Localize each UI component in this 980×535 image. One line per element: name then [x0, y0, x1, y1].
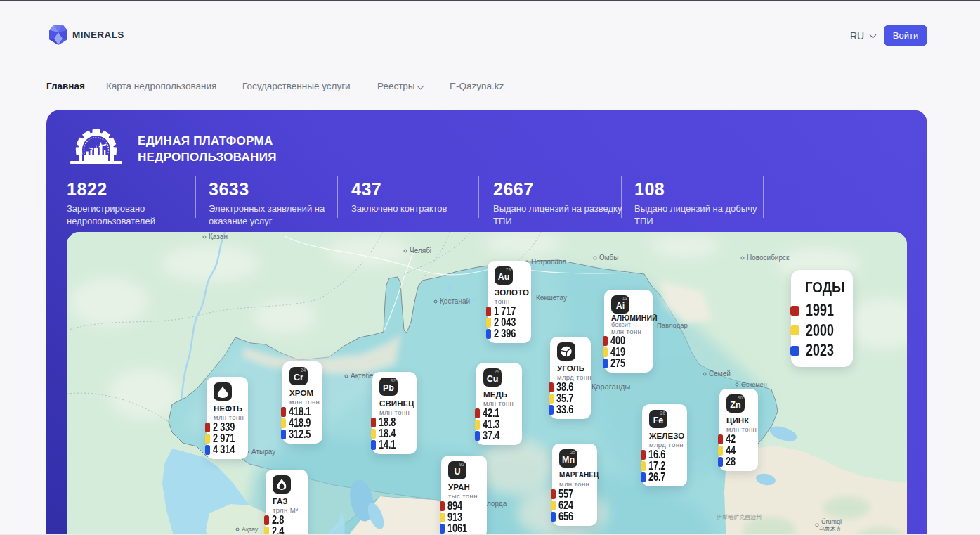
svg-text:Новосибирск: Новосибирск [747, 254, 790, 262]
svg-text:Қазан: Қазан [209, 233, 228, 240]
svg-text:Ақтөбе: Ақтөбе [351, 372, 374, 380]
svg-text:乌鲁木齐: 乌鲁木齐 [819, 526, 842, 532]
svg-text:Павлодар: Павлодар [657, 321, 688, 329]
svg-text:Ақтау: Ақтау [242, 526, 259, 533]
svg-text:Петропавл: Петропавл [531, 258, 566, 266]
svg-text:Ürümqi: Ürümqi [821, 518, 842, 525]
svg-text:Қарағанды: Қарағанды [592, 382, 630, 391]
svg-text:Омбы: Омбы [599, 254, 618, 262]
svg-text:Атырау: Атырау [251, 448, 275, 456]
svg-text:Өскемен: Өскемен [741, 381, 767, 388]
svg-text:лорда: лорда [487, 500, 507, 508]
svg-text:Көкшетау: Көкшетау [536, 294, 567, 302]
svg-text:Қостанай: Қостанай [440, 297, 470, 305]
svg-text:Челябi: Челябi [410, 247, 431, 254]
svg-text:伊犁哈萨克自治州: 伊犁哈萨克自治州 [717, 514, 762, 520]
svg-text:Семей: Семей [709, 370, 731, 378]
